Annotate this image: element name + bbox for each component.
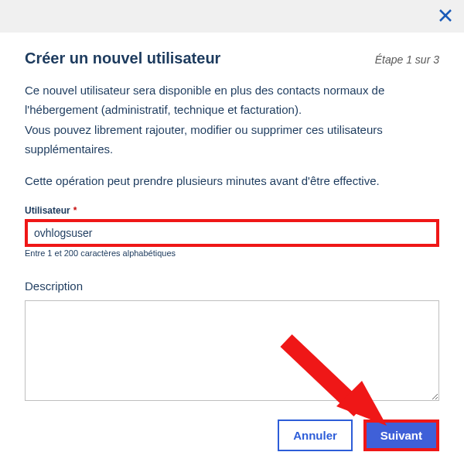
user-field-label: Utilisateur * — [25, 205, 439, 216]
description-label: Description — [25, 279, 439, 293]
desc-line: supplémentaires. — [25, 140, 439, 158]
modal-header-bar — [0, 0, 464, 33]
desc-line: Ce nouvel utilisateur sera disponible en… — [25, 81, 439, 99]
next-button-highlight: Suivant — [363, 419, 439, 451]
modal-content: Créer un nouvel utilisateur Étape 1 sur … — [0, 33, 464, 467]
required-mark: * — [73, 205, 77, 216]
modal-description: Ce nouvel utilisateur sera disponible en… — [25, 81, 439, 158]
user-input-highlight — [25, 219, 439, 247]
user-label-text: Utilisateur — [25, 205, 70, 216]
user-hint: Entre 1 et 200 caractères alphabétiques — [25, 248, 439, 258]
desc-line: l'hébergement (administratif, technique … — [25, 101, 439, 118]
button-row: Annuler Suivant — [25, 419, 439, 451]
modal-title: Créer un nouvel utilisateur — [25, 50, 220, 67]
desc-line: Vous pouvez librement rajouter, modifier… — [25, 121, 439, 139]
cancel-button[interactable]: Annuler — [278, 419, 353, 451]
title-row: Créer un nouvel utilisateur Étape 1 sur … — [25, 50, 439, 67]
create-user-modal: Créer un nouvel utilisateur Étape 1 sur … — [0, 0, 464, 476]
user-input[interactable] — [28, 222, 436, 244]
modal-note: Cette opération peut prendre plusieurs m… — [25, 172, 439, 190]
close-icon[interactable] — [438, 8, 453, 23]
description-textarea[interactable] — [25, 300, 439, 401]
step-indicator: Étape 1 sur 3 — [375, 53, 439, 66]
next-button[interactable]: Suivant — [367, 423, 436, 448]
